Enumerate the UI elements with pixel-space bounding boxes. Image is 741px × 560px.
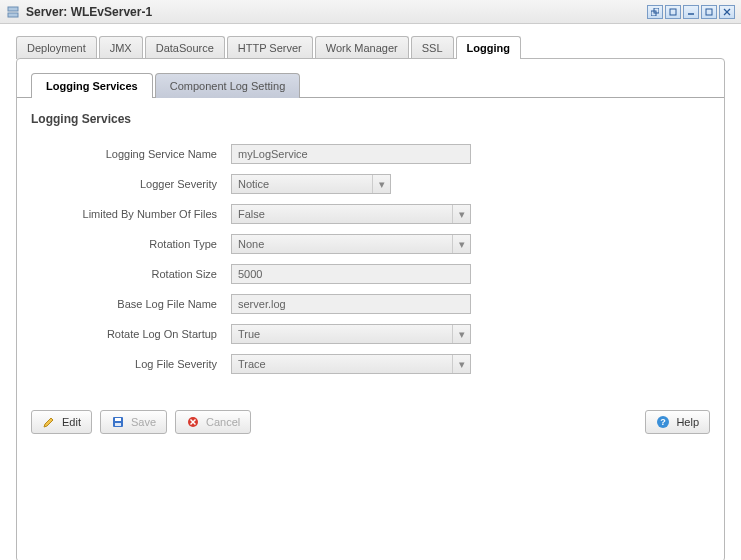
main-panel: Logging Services Component Log Setting L… [16,58,725,560]
logging-services-panel: Logging Services Logging Service Name Lo… [17,98,724,398]
tab-work-manager[interactable]: Work Manager [315,36,409,59]
label-logger-severity: Logger Severity [31,178,231,190]
select-value: Notice [232,178,372,190]
maximize-button[interactable] [701,5,717,19]
tab-datasource[interactable]: DataSource [145,36,225,59]
select-logger-severity[interactable]: Notice ▾ [231,174,391,194]
svg-rect-11 [115,423,121,426]
label-rotation-size: Rotation Size [31,268,231,280]
chevron-down-icon: ▾ [452,325,470,343]
label-limited-by-number-of-files: Limited By Number Of Files [31,208,231,220]
svg-rect-0 [8,7,18,11]
help-icon: ? [656,415,670,429]
button-bar: Edit Save Cancel ? Help [17,398,724,446]
sub-tab-logging-services[interactable]: Logging Services [31,73,153,98]
label-log-file-severity: Log File Severity [31,358,231,370]
save-button: Save [100,410,167,434]
sub-tabs: Logging Services Component Log Setting [17,59,724,98]
title-bar: Server: WLEvServer-1 [0,0,741,24]
tab-deployment[interactable]: Deployment [16,36,97,59]
input-rotation-size[interactable] [231,264,471,284]
window-title: Server: WLEvServer-1 [26,5,152,19]
select-value: False [232,208,452,220]
button-label: Save [131,416,156,428]
input-logging-service-name[interactable] [231,144,471,164]
tab-ssl[interactable]: SSL [411,36,454,59]
disk-icon [111,415,125,429]
button-label: Cancel [206,416,240,428]
label-rotate-log-on-startup: Rotate Log On Startup [31,328,231,340]
chevron-down-icon: ▾ [452,355,470,373]
edit-button[interactable]: Edit [31,410,92,434]
sub-tab-component-log-setting[interactable]: Component Log Setting [155,73,301,98]
select-value: None [232,238,452,250]
detach-button[interactable] [647,5,663,19]
label-base-log-file-name: Base Log File Name [31,298,231,310]
cancel-button: Cancel [175,410,251,434]
input-base-log-file-name[interactable] [231,294,471,314]
main-tabs: Deployment JMX DataSource HTTP Server Wo… [0,24,741,59]
button-label: Edit [62,416,81,428]
cancel-icon [186,415,200,429]
chevron-down-icon: ▾ [372,175,390,193]
select-log-file-severity[interactable]: Trace ▾ [231,354,471,374]
tab-jmx[interactable]: JMX [99,36,143,59]
svg-rect-6 [706,9,712,15]
svg-text:?: ? [661,417,667,427]
minimize-button[interactable] [683,5,699,19]
select-value: Trace [232,358,452,370]
label-logging-service-name: Logging Service Name [31,148,231,160]
server-icon [6,5,20,19]
select-rotation-type[interactable]: None ▾ [231,234,471,254]
button-label: Help [676,416,699,428]
help-button[interactable]: ? Help [645,410,710,434]
close-button[interactable] [719,5,735,19]
section-title: Logging Services [31,112,710,126]
pencil-icon [42,415,56,429]
svg-rect-1 [8,13,18,17]
select-value: True [232,328,452,340]
tab-http-server[interactable]: HTTP Server [227,36,313,59]
server-config-window: Server: WLEvServer-1 Deployment JMX Data… [0,0,741,560]
select-limited-by-files[interactable]: False ▾ [231,204,471,224]
tab-logging[interactable]: Logging [456,36,521,59]
svg-rect-10 [115,418,121,421]
chevron-down-icon: ▾ [452,235,470,253]
label-rotation-type: Rotation Type [31,238,231,250]
svg-rect-4 [670,9,676,15]
chevron-down-icon: ▾ [452,205,470,223]
select-rotate-on-startup[interactable]: True ▾ [231,324,471,344]
refresh-button[interactable] [665,5,681,19]
